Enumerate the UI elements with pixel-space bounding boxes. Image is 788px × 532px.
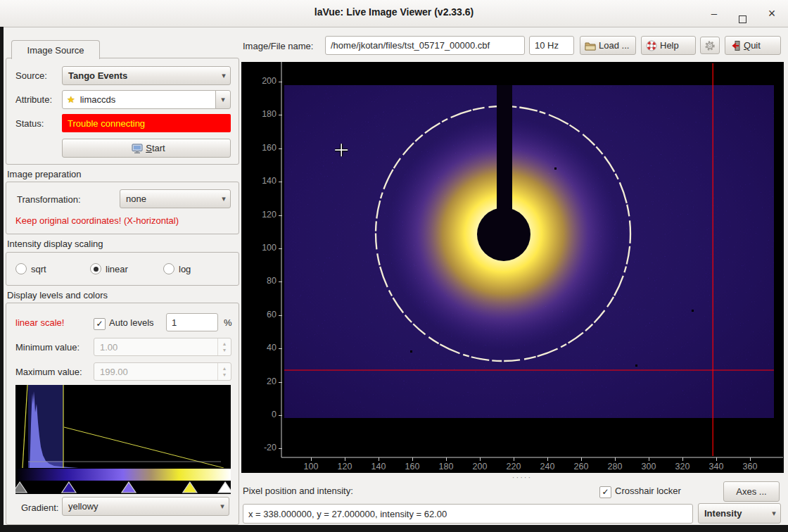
transformation-combo[interactable]: none ▾ <box>120 189 231 208</box>
maximum-value-label: Maximum value: <box>15 367 82 377</box>
x-tick-label: 360 <box>736 462 764 471</box>
source-combo-value: Tango Events <box>63 70 217 81</box>
lifebuoy-icon <box>646 40 657 51</box>
levels-header: Display levels and colors <box>7 290 108 300</box>
spinner-arrows-icon[interactable]: ▴▾ <box>217 363 231 380</box>
scale-note: linear scale! <box>15 317 64 328</box>
spinner-arrows-icon[interactable]: ▴▾ <box>217 338 231 355</box>
load-button[interactable]: Load ... <box>580 36 636 55</box>
y-tick-mark <box>279 315 282 316</box>
folder-icon <box>585 40 596 51</box>
diffraction-image[interactable] <box>284 85 774 418</box>
gradient-marker-triangle[interactable] <box>62 482 76 493</box>
chevron-down-icon: ▾ <box>217 71 230 80</box>
maximum-value-spinbox[interactable]: 199.00 ▴▾ <box>94 362 231 381</box>
gradient-marker-triangles[interactable] <box>15 481 231 494</box>
y-tick-mark <box>279 182 282 182</box>
x-tick-label: 280 <box>601 462 629 471</box>
tab-image-source-label: Image Source <box>27 45 84 56</box>
crosshair-locker-checkbox[interactable]: ✓ <box>599 486 611 498</box>
attribute-input[interactable]: ★ limaccds <box>62 90 216 109</box>
display-mode-combo[interactable]: Intensity ▾ <box>698 503 781 524</box>
y-tick-label: 120 <box>244 210 277 220</box>
x-tick-label: 240 <box>533 462 561 471</box>
y-tick-label: 0 <box>244 410 277 419</box>
help-button[interactable]: Help <box>641 36 696 55</box>
gradient-marker-triangle[interactable] <box>122 482 136 493</box>
gradient-label: Gradient: <box>21 502 58 513</box>
y-tick-label: 60 <box>244 310 277 319</box>
minimize-icon[interactable]: – <box>705 6 723 21</box>
chevron-down-icon: ▾ <box>216 502 229 511</box>
levels-histogram-widget[interactable] <box>15 385 231 494</box>
coordinates-warning: Keep original coordinates! (X-horizontal… <box>15 215 179 226</box>
y-tick-mark <box>279 215 282 216</box>
gradient-marker-triangle[interactable] <box>183 482 197 493</box>
y-tick-mark <box>279 382 282 383</box>
status-badge: Trouble connecting <box>62 114 231 132</box>
y-tick-label: 180 <box>244 109 277 119</box>
gradient-marker-triangle[interactable] <box>218 482 231 493</box>
star-icon: ★ <box>63 94 75 105</box>
diffraction-scene[interactable] <box>241 62 784 473</box>
file-name-input[interactable]: /home/jkotan/files/tst_05717_00000.cbf <box>325 36 525 55</box>
file-name-label: Image/File name: <box>243 41 313 51</box>
start-button[interactable]: Start <box>62 139 231 158</box>
image-plot[interactable]: 1001201401601802002202402602803003203403… <box>241 62 784 473</box>
linear-radio-label: linear <box>106 264 128 274</box>
title-bar: laVue: Live Image Viewer (v2.33.6) – × <box>0 0 788 27</box>
x-tick-label: 140 <box>364 462 393 471</box>
pixel-position-label: Pixel position and intensity: <box>243 486 353 496</box>
status-text: Trouble connecting <box>62 118 145 129</box>
lavue-window: laVue: Live Image Viewer (v2.33.6) – × I… <box>0 0 788 532</box>
y-tick-mark <box>279 348 282 349</box>
display-mode-value: Intensity <box>699 508 768 519</box>
gradient-combo[interactable]: yellowy ▾ <box>62 497 229 516</box>
intensity-scaling-header: Intensity display scaling <box>7 239 103 249</box>
axes-button[interactable]: Axes ... <box>723 481 780 502</box>
gradient-marker-triangle[interactable] <box>15 482 27 493</box>
window-title: laVue: Live Image Viewer (v2.33.6) <box>0 6 788 18</box>
quit-button[interactable]: Quit <box>725 36 781 55</box>
minimum-value: 1.00 <box>94 342 217 353</box>
x-tick-label: 340 <box>702 462 730 471</box>
y-tick-label: 100 <box>244 243 277 253</box>
pixel-position-input[interactable]: x = 338.000000, y = 27.000000, intensity… <box>243 504 693 524</box>
crosshair-locker-label: Crosshair locker <box>615 486 681 496</box>
chevron-down-icon: ▾ <box>768 509 780 518</box>
x-tick-label: 100 <box>297 462 325 471</box>
x-tick-label: 320 <box>668 462 697 471</box>
y-tick-label: -20 <box>244 443 277 452</box>
monitor-icon <box>132 143 143 154</box>
close-icon[interactable]: × <box>763 6 781 21</box>
sqrt-radio[interactable]: sqrt <box>15 263 46 274</box>
y-tick-label: 160 <box>244 143 277 153</box>
tab-image-source[interactable]: Image Source <box>11 40 100 59</box>
maximize-icon[interactable] <box>733 6 751 21</box>
auto-levels-input[interactable]: 1 <box>166 313 218 331</box>
x-tick-label: 200 <box>466 462 494 471</box>
x-tick-mark <box>615 457 616 461</box>
linear-radio[interactable]: linear <box>90 263 128 274</box>
chevron-down-icon: ▾ <box>217 194 230 203</box>
status-label: Status: <box>15 118 44 129</box>
auto-levels-checkbox[interactable]: ✓ <box>94 318 106 330</box>
chevron-down-icon: ▾ <box>216 95 230 104</box>
splitter-handle[interactable]: ····· <box>501 474 543 480</box>
beamstop <box>477 208 530 261</box>
percent-label: % <box>224 317 232 328</box>
axes-button-label: Axes ... <box>736 486 766 497</box>
maximize-box-icon <box>739 15 746 23</box>
settings-button[interactable] <box>700 37 720 54</box>
source-combo[interactable]: Tango Events ▾ <box>62 66 231 85</box>
log-radio[interactable]: log <box>163 263 191 274</box>
x-tick-mark <box>412 457 413 461</box>
x-tick-label: 120 <box>331 462 359 471</box>
attribute-dropdown-button[interactable]: ▾ <box>215 90 231 109</box>
minimum-value-spinbox[interactable]: 1.00 ▴▾ <box>94 338 231 356</box>
histogram-plot <box>15 385 231 468</box>
x-tick-mark <box>750 457 751 461</box>
auto-levels-label: Auto levels <box>109 317 154 328</box>
refresh-rate-field[interactable]: 10 Hz <box>529 36 574 55</box>
x-tick-mark <box>547 457 548 461</box>
